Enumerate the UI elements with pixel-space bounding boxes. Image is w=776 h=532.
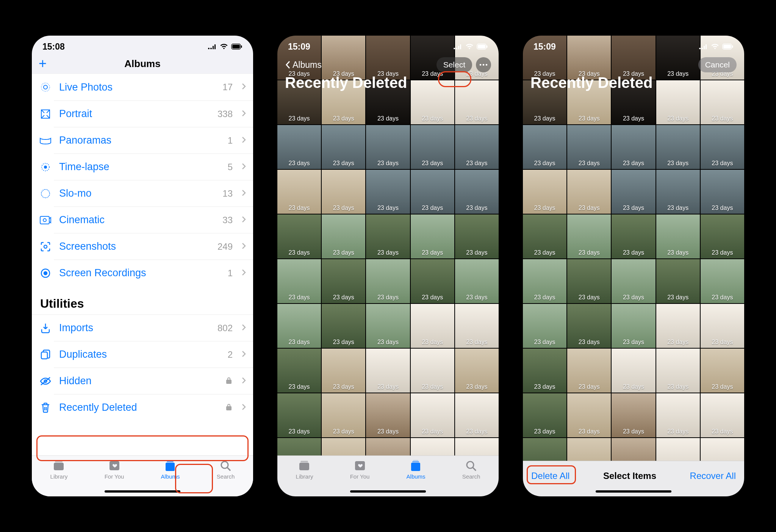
- photo-thumbnail[interactable]: 23 days: [455, 125, 499, 169]
- photo-thumbnail[interactable]: 23 days: [322, 349, 365, 393]
- photo-thumbnail[interactable]: 23 days: [612, 214, 655, 258]
- photo-thumbnail[interactable]: 23 days: [277, 214, 321, 258]
- photo-thumbnail[interactable]: 23 days: [277, 170, 321, 214]
- photo-thumbnail[interactable]: 23 days: [701, 349, 744, 393]
- media-type-row[interactable]: Slo-mo 13: [54, 180, 253, 207]
- photo-thumbnail[interactable]: 23 days: [612, 170, 655, 214]
- photo-thumbnail[interactable]: 23 days: [366, 125, 410, 169]
- photo-thumbnail[interactable]: 23 days: [523, 393, 566, 437]
- photo-thumbnail[interactable]: 23 days: [322, 170, 365, 214]
- photo-thumbnail[interactable]: 23 days: [567, 170, 611, 214]
- photo-thumbnail[interactable]: 23 days: [523, 349, 566, 393]
- photo-thumbnail[interactable]: 23 days: [656, 438, 700, 461]
- add-album-button[interactable]: +: [39, 57, 47, 70]
- photo-thumbnail[interactable]: 23 days: [701, 125, 744, 169]
- photo-thumbnail[interactable]: 23 days: [366, 170, 410, 214]
- tab-library[interactable]: Library: [296, 460, 313, 496]
- photo-thumbnail[interactable]: 23 days: [612, 304, 655, 348]
- utility-row-recently-deleted[interactable]: Recently Deleted: [54, 394, 253, 421]
- photo-thumbnail[interactable]: 23 days: [656, 125, 700, 169]
- more-button[interactable]: [476, 57, 491, 72]
- photo-thumbnail[interactable]: 23 days: [612, 125, 655, 169]
- photo-thumbnail[interactable]: 23 days: [612, 259, 655, 303]
- photo-thumbnail[interactable]: 23 days: [656, 214, 700, 258]
- recover-all-button[interactable]: Recover All: [690, 471, 736, 481]
- utility-row-hidden[interactable]: Hidden: [54, 368, 253, 394]
- photo-thumbnail[interactable]: 23 days: [656, 304, 700, 348]
- photo-thumbnail[interactable]: 23 days: [656, 393, 700, 437]
- photo-thumbnail[interactable]: 23 days: [612, 393, 655, 437]
- thumbnail-grid[interactable]: 15:09 Cancel Recently Deleted 23 days23 …: [523, 36, 744, 461]
- photo-thumbnail[interactable]: 23 days: [567, 304, 611, 348]
- photo-thumbnail[interactable]: 23 days: [567, 438, 611, 461]
- photo-thumbnail[interactable]: 23 days: [455, 393, 499, 437]
- media-type-row[interactable]: Panoramas 1: [54, 127, 253, 153]
- photo-thumbnail[interactable]: 23 days: [567, 393, 611, 437]
- photo-thumbnail[interactable]: 23 days: [455, 304, 499, 348]
- photo-thumbnail[interactable]: 23 days: [523, 438, 566, 461]
- photo-thumbnail[interactable]: 23 days: [656, 349, 700, 393]
- photo-thumbnail[interactable]: 23 days: [455, 259, 499, 303]
- photo-thumbnail[interactable]: 23 days: [411, 170, 454, 214]
- photo-thumbnail[interactable]: 23 days: [411, 438, 454, 455]
- photo-thumbnail[interactable]: 23 days: [411, 349, 454, 393]
- photo-thumbnail[interactable]: 23 days: [322, 125, 365, 169]
- photo-thumbnail[interactable]: 23 days: [411, 125, 454, 169]
- photo-thumbnail[interactable]: 23 days: [366, 349, 410, 393]
- photo-thumbnail[interactable]: 23 days: [701, 170, 744, 214]
- delete-all-button[interactable]: Delete All: [531, 471, 569, 481]
- photo-thumbnail[interactable]: 23 days: [366, 304, 410, 348]
- photo-thumbnail[interactable]: 23 days: [701, 259, 744, 303]
- photo-thumbnail[interactable]: 23 days: [277, 259, 321, 303]
- utility-row-duplicates[interactable]: Duplicates 2: [54, 341, 253, 368]
- photo-thumbnail[interactable]: 23 days: [523, 214, 566, 258]
- media-type-row[interactable]: Screenshots 249: [54, 233, 253, 260]
- photo-thumbnail[interactable]: 23 days: [411, 393, 454, 437]
- photo-thumbnail[interactable]: 23 days: [455, 438, 499, 455]
- photo-thumbnail[interactable]: 23 days: [455, 170, 499, 214]
- photo-thumbnail[interactable]: 23 days: [277, 438, 321, 455]
- photo-thumbnail[interactable]: 23 days: [523, 259, 566, 303]
- media-type-row[interactable]: Screen Recordings 1: [54, 260, 253, 286]
- photo-thumbnail[interactable]: 23 days: [455, 214, 499, 258]
- tab-search[interactable]: Search: [217, 460, 235, 496]
- photo-thumbnail[interactable]: 23 days: [411, 214, 454, 258]
- photo-thumbnail[interactable]: 23 days: [701, 304, 744, 348]
- tab-search[interactable]: Search: [462, 460, 480, 496]
- back-button[interactable]: Albums: [285, 60, 322, 70]
- photo-thumbnail[interactable]: 23 days: [567, 125, 611, 169]
- home-indicator[interactable]: [596, 490, 671, 493]
- tab-library[interactable]: Library: [50, 460, 68, 496]
- photo-thumbnail[interactable]: 23 days: [322, 393, 365, 437]
- photo-thumbnail[interactable]: 23 days: [656, 170, 700, 214]
- photo-thumbnail[interactable]: 23 days: [322, 214, 365, 258]
- photo-thumbnail[interactable]: 23 days: [277, 125, 321, 169]
- photo-thumbnail[interactable]: 23 days: [567, 214, 611, 258]
- utility-row-imports[interactable]: Imports 802: [32, 315, 253, 341]
- photo-thumbnail[interactable]: 23 days: [612, 349, 655, 393]
- photo-thumbnail[interactable]: 23 days: [656, 259, 700, 303]
- home-indicator[interactable]: [350, 490, 426, 493]
- select-button[interactable]: Select: [436, 57, 472, 72]
- photo-thumbnail[interactable]: 23 days: [612, 438, 655, 461]
- photo-thumbnail[interactable]: 23 days: [322, 304, 365, 348]
- photo-thumbnail[interactable]: 23 days: [567, 349, 611, 393]
- media-type-row[interactable]: Cinematic 33: [54, 207, 253, 233]
- photo-thumbnail[interactable]: 23 days: [277, 349, 321, 393]
- media-type-row[interactable]: Live Photos 17: [32, 74, 253, 100]
- media-type-row[interactable]: Time-lapse 5: [54, 153, 253, 180]
- photo-thumbnail[interactable]: 23 days: [411, 259, 454, 303]
- photo-thumbnail[interactable]: 23 days: [277, 393, 321, 437]
- photo-thumbnail[interactable]: 23 days: [366, 259, 410, 303]
- photo-thumbnail[interactable]: 23 days: [366, 393, 410, 437]
- photo-thumbnail[interactable]: 23 days: [322, 438, 365, 455]
- photo-thumbnail[interactable]: 23 days: [411, 304, 454, 348]
- photo-thumbnail[interactable]: 23 days: [701, 214, 744, 258]
- photo-thumbnail[interactable]: 23 days: [455, 349, 499, 393]
- photo-thumbnail[interactable]: 23 days: [523, 170, 566, 214]
- home-indicator[interactable]: [105, 490, 180, 493]
- photo-thumbnail[interactable]: 23 days: [523, 304, 566, 348]
- photo-thumbnail[interactable]: 23 days: [366, 214, 410, 258]
- photo-thumbnail[interactable]: 23 days: [567, 259, 611, 303]
- photo-thumbnail[interactable]: 23 days: [322, 259, 365, 303]
